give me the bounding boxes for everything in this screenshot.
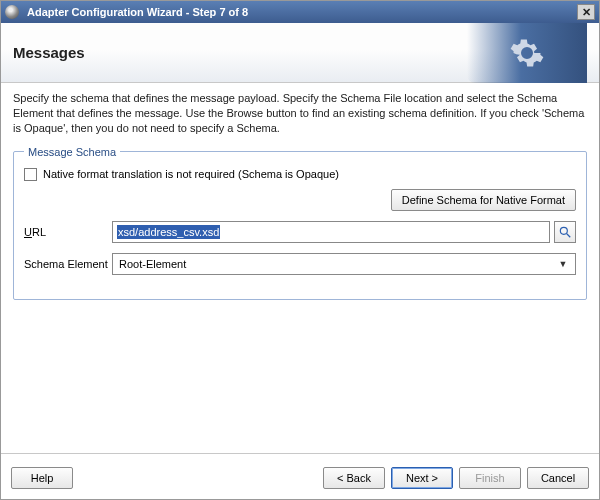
opaque-checkbox[interactable] (24, 168, 37, 181)
close-button[interactable]: ✕ (577, 4, 595, 20)
gear-icon (509, 35, 545, 71)
svg-point-0 (560, 227, 567, 234)
schema-element-row: Schema Element Root-Element ▼ (24, 253, 576, 275)
url-value: xsd/address_csv.xsd (117, 225, 220, 239)
schema-element-label: Schema Element (24, 258, 112, 270)
url-label: URL (24, 226, 112, 238)
wizard-header: Messages (1, 23, 599, 83)
titlebar: Adapter Configuration Wizard - Step 7 of… (1, 1, 599, 23)
define-schema-button[interactable]: Define Schema for Native Format (391, 189, 576, 211)
finish-button: Finish (459, 467, 521, 489)
opaque-row: Native format translation is not require… (24, 168, 576, 181)
chevron-down-icon: ▼ (555, 256, 571, 272)
window-title: Adapter Configuration Wizard - Step 7 of… (23, 6, 577, 18)
wizard-footer: Help < Back Next > Finish Cancel (1, 453, 599, 500)
cancel-button[interactable]: Cancel (527, 467, 589, 489)
next-button[interactable]: Next > (391, 467, 453, 489)
define-schema-row: Define Schema for Native Format (24, 189, 576, 211)
schema-element-select[interactable]: Root-Element ▼ (112, 253, 576, 275)
search-icon (558, 225, 572, 239)
help-button[interactable]: Help (11, 467, 73, 489)
header-decor (467, 23, 587, 83)
content-area: Specify the schema that defines the mess… (1, 83, 599, 453)
message-schema-legend: Message Schema (24, 146, 120, 158)
message-schema-group: Message Schema Native format translation… (13, 146, 587, 300)
back-button[interactable]: < Back (323, 467, 385, 489)
opaque-label: Native format translation is not require… (43, 168, 339, 180)
url-input[interactable]: xsd/address_csv.xsd (112, 221, 550, 243)
instructions-text: Specify the schema that defines the mess… (13, 91, 587, 136)
browse-button[interactable] (554, 221, 576, 243)
close-icon: ✕ (582, 6, 591, 19)
url-row: URL xsd/address_csv.xsd (24, 221, 576, 243)
page-title: Messages (13, 44, 85, 61)
app-icon (5, 5, 19, 19)
schema-element-value: Root-Element (119, 258, 186, 270)
svg-line-1 (567, 233, 571, 237)
